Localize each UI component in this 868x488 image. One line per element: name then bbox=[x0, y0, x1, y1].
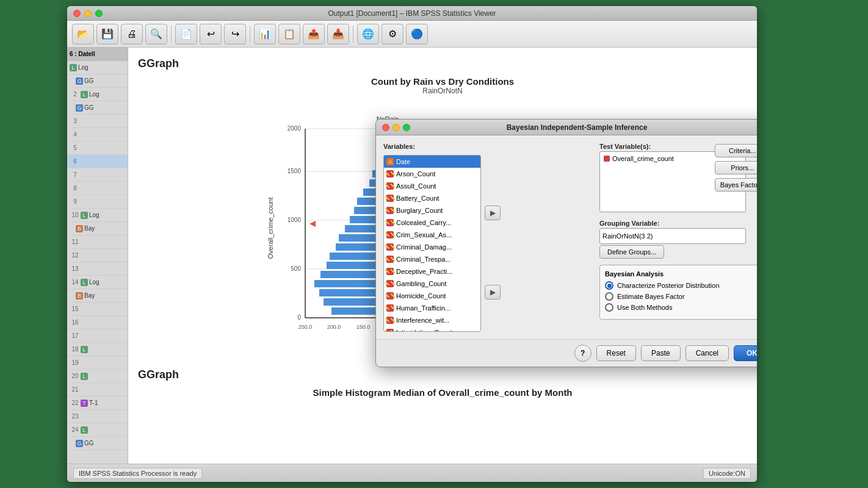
sidebar-row-gg1[interactable]: G GG bbox=[67, 74, 128, 88]
svg-marker-47 bbox=[309, 221, 316, 227]
var-item-interference[interactable]: 📏 Interference_wit... bbox=[384, 314, 480, 326]
settings-button[interactable]: ⚙ bbox=[382, 24, 403, 45]
var-icon-assult: 📏 bbox=[386, 182, 394, 190]
sidebar-row-3[interactable]: 3 bbox=[67, 115, 128, 128]
radio-both[interactable] bbox=[605, 303, 613, 312]
move-to-test-button[interactable]: ▶ bbox=[485, 206, 501, 220]
sidebar-row-4[interactable]: 4 bbox=[67, 128, 128, 142]
bay-icon2: B bbox=[76, 292, 83, 300]
open-button[interactable]: 📂 bbox=[72, 24, 94, 45]
dialog-max[interactable] bbox=[403, 124, 410, 131]
ok-button[interactable]: OK bbox=[734, 345, 757, 361]
sidebar-row-5[interactable]: 5 bbox=[67, 142, 128, 155]
export-button[interactable]: 📤 bbox=[303, 24, 325, 45]
var-item-intimidation[interactable]: 📏 Intimidation_Count bbox=[384, 326, 480, 332]
dialog-min[interactable] bbox=[392, 124, 400, 131]
move-to-group-button[interactable]: ▶ bbox=[485, 285, 501, 300]
minimize-button[interactable] bbox=[84, 10, 92, 17]
var-item-burglary[interactable]: 📏 Burglary_Count bbox=[384, 204, 480, 217]
radio-row-both[interactable]: Use Both Methods bbox=[605, 303, 757, 312]
var-item-assult[interactable]: 📏 Assult_Count bbox=[384, 180, 480, 192]
var-icon-human: 📏 bbox=[386, 304, 394, 312]
sidebar-row-6[interactable]: 6 bbox=[67, 155, 128, 168]
var-label-intimidation: Intimidation_Count bbox=[396, 329, 452, 332]
var-item-arson[interactable]: 📏 Arson_Count bbox=[384, 168, 480, 180]
maximize-button[interactable] bbox=[95, 10, 103, 17]
sidebar-row-bay2[interactable]: B Bay bbox=[67, 289, 128, 303]
print-button[interactable]: 🖨 bbox=[121, 24, 143, 45]
var-icon-arson: 📏 bbox=[386, 170, 394, 178]
reset-button[interactable]: Reset bbox=[596, 345, 636, 361]
sidebar-row-bay1[interactable]: B Bay bbox=[67, 222, 128, 235]
sidebar-row-19[interactable]: 19 bbox=[67, 356, 128, 370]
sidebar-row-gg3[interactable]: G GG bbox=[67, 437, 128, 450]
redo-button[interactable]: ↪ bbox=[224, 24, 246, 45]
radio-row-estimate[interactable]: Estimate Bayes Factor bbox=[605, 292, 757, 301]
chart-button[interactable]: 📊 bbox=[254, 24, 276, 45]
bayes-factor-button[interactable]: Bayes Factor... bbox=[715, 178, 757, 192]
var-item-homicide[interactable]: 📏 Homicide_Count bbox=[384, 290, 480, 302]
var-item-human[interactable]: 📏 Human_Trafficin... bbox=[384, 302, 480, 314]
sidebar-row-10-log[interactable]: 10 L Log bbox=[67, 209, 128, 222]
radio-posterior[interactable] bbox=[605, 281, 613, 290]
var-label-homicide: Homicide_Count bbox=[396, 292, 446, 300]
toolbar: 📂 💾 🖨 🔍 📄 ↩ ↪ 📊 📋 📤 📥 🌐 ⚙ 🔵 bbox=[67, 21, 757, 48]
sidebar-row-18-log[interactable]: 18 L bbox=[67, 343, 128, 356]
sidebar-row-13[interactable]: 13 bbox=[67, 262, 128, 276]
close-button[interactable] bbox=[73, 10, 81, 17]
var-item-date[interactable]: Date bbox=[384, 156, 480, 168]
undo-button[interactable]: ↩ bbox=[200, 24, 222, 45]
var-item-deceptive[interactable]: 📏 Deceptive_Practi... bbox=[384, 265, 480, 278]
dialog-close[interactable] bbox=[382, 124, 389, 131]
sidebar-row-24-log[interactable]: 24 L bbox=[67, 423, 128, 437]
var-label-arson: Arson_Count bbox=[396, 170, 435, 178]
sidebar-row-gg2[interactable]: G GG bbox=[67, 101, 128, 115]
new-button[interactable]: 📄 bbox=[175, 24, 197, 45]
sidebar-row-8[interactable]: 8 bbox=[67, 182, 128, 195]
sidebar-row-17[interactable]: 17 bbox=[67, 329, 128, 343]
variables-section: Date 📏 Arson_Count 📏 Assult_Count bbox=[383, 155, 593, 332]
sidebar-row-23[interactable]: 23 bbox=[67, 410, 128, 423]
sidebar-row-9[interactable]: 9 bbox=[67, 195, 128, 209]
sidebar-row-15[interactable]: 15 bbox=[67, 303, 128, 316]
var-item-crimtrespa[interactable]: 📏 Criminal_Trespa... bbox=[384, 253, 480, 265]
find-button[interactable]: 🔍 bbox=[145, 24, 167, 45]
variables-list[interactable]: Date 📏 Arson_Count 📏 Assult_Count bbox=[383, 155, 481, 332]
import-button[interactable]: 📥 bbox=[327, 24, 349, 45]
sidebar-row-2[interactable]: 2 L Log bbox=[67, 88, 128, 101]
sidebar-row-16[interactable]: 16 bbox=[67, 316, 128, 329]
bayesian-dialog: Bayesian Independent-Sample Inference Va… bbox=[375, 119, 757, 367]
radio-estimate[interactable] bbox=[605, 292, 613, 301]
bayesian-analysis-group: Bayesian Analysis Characterize Posterior… bbox=[599, 265, 757, 320]
grouping-variable-value: RainOrNotN(3 2) bbox=[602, 232, 653, 240]
sidebar-row-22-t[interactable]: 22 T T-1 bbox=[67, 396, 128, 410]
paste-button[interactable]: Paste bbox=[641, 345, 681, 361]
define-groups-button[interactable]: Define Groups... bbox=[599, 245, 664, 259]
web-button[interactable]: 🌐 bbox=[357, 24, 379, 45]
sidebar-row-11[interactable]: 11 bbox=[67, 235, 128, 249]
svg-text:1500: 1500 bbox=[288, 168, 302, 174]
radio-row-posterior[interactable]: Characterize Posterior Distribution bbox=[605, 281, 757, 290]
help-button[interactable]: ? bbox=[574, 345, 591, 362]
save-button[interactable]: 💾 bbox=[96, 24, 118, 45]
var-item-gambling[interactable]: 📏 Gambling_Count bbox=[384, 278, 480, 290]
spss-button[interactable]: 🔵 bbox=[406, 24, 428, 45]
var-label-gambling: Gambling_Count bbox=[396, 280, 447, 287]
sidebar-row-21[interactable]: 21 bbox=[67, 383, 128, 396]
var-item-crimsexual[interactable]: 📏 Crim_Sexual_As... bbox=[384, 229, 480, 241]
table-button[interactable]: 📋 bbox=[278, 24, 300, 45]
sidebar-row-14-log[interactable]: 14 L Log bbox=[67, 276, 128, 289]
cancel-button[interactable]: Cancel bbox=[685, 345, 729, 361]
var-item-crimdamag[interactable]: 📏 Criminal_Damag... bbox=[384, 241, 480, 253]
var-item-colcealed[interactable]: 📏 Colcealed_Carry... bbox=[384, 217, 480, 229]
window-title: Output1 [Document1] – IBM SPSS Statistic… bbox=[328, 9, 496, 18]
var-item-battery[interactable]: 📏 Battery_Count bbox=[384, 192, 480, 204]
sidebar-row-log1[interactable]: L Log bbox=[67, 61, 128, 74]
sidebar-row-20-log[interactable]: 20 L bbox=[67, 370, 128, 383]
svg-text:0: 0 bbox=[297, 314, 301, 321]
sidebar-row-7[interactable]: 7 bbox=[67, 168, 128, 182]
priors-button[interactable]: Priors... bbox=[715, 161, 757, 174]
criteria-button[interactable]: Criteria... bbox=[715, 144, 757, 157]
sidebar-row-12[interactable]: 12 bbox=[67, 249, 128, 262]
var-icon-crimdamag: 📏 bbox=[386, 243, 394, 251]
